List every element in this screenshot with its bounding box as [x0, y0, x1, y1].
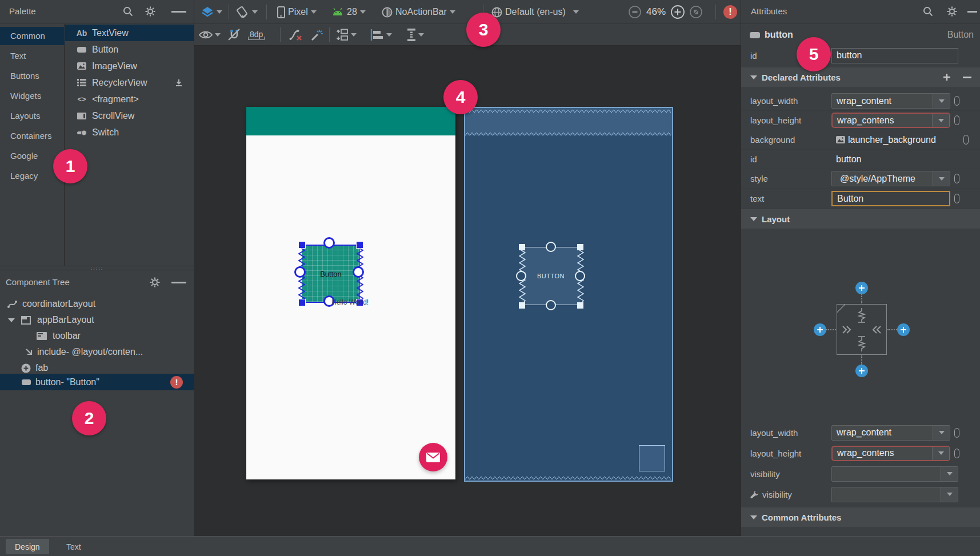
palette-category-common[interactable]: Common [0, 27, 65, 45]
tree-node-toolbar[interactable]: toolbar [0, 328, 194, 344]
background-value[interactable]: launcher_background [831, 135, 936, 145]
add-left-constraint-button[interactable] [814, 323, 826, 336]
resize-handle-bottom-left[interactable] [519, 302, 525, 309]
zoom-out-icon[interactable] [629, 6, 641, 18]
constraint-anchor-top[interactable] [323, 237, 335, 249]
view-options-button[interactable] [199, 24, 221, 46]
tree-node-include[interactable]: include- @layout/conten... [0, 344, 194, 360]
palette-category-buttons[interactable]: Buttons [0, 67, 65, 85]
text-input[interactable]: Button [831, 191, 950, 206]
search-icon[interactable] [923, 6, 933, 17]
fab-preview[interactable] [419, 443, 447, 471]
zoom-to-fit-icon[interactable] [690, 6, 702, 18]
resource-toggle-icon[interactable] [954, 174, 959, 183]
tab-design[interactable]: Design [6, 539, 49, 554]
palette-item-button[interactable]: Button [65, 41, 194, 58]
constraint-anchor-top[interactable] [546, 242, 556, 252]
resource-toggle-icon[interactable] [954, 194, 959, 203]
align-button[interactable] [370, 24, 392, 46]
panel-splitter-handle[interactable]: ::::: [0, 266, 194, 270]
tree-node-appbarlayout[interactable]: appBarLayout [0, 312, 194, 328]
palette-item-textview[interactable]: Ab TextView [65, 25, 194, 41]
search-icon[interactable] [123, 6, 133, 17]
blueprint-view-preview[interactable]: BUTTON [464, 107, 673, 482]
palette-category-text[interactable]: Text [0, 47, 65, 65]
resource-toggle-icon[interactable] [954, 428, 959, 438]
resource-toggle-icon[interactable] [954, 115, 959, 125]
layout-width-combo[interactable]: wrap_content [831, 93, 950, 109]
id-input[interactable]: button [831, 48, 958, 63]
style-combo[interactable]: @style/AppTheme [831, 171, 950, 186]
tab-text[interactable]: Text [57, 539, 90, 554]
resize-handle-top-left[interactable] [519, 244, 525, 250]
remove-attribute-icon[interactable] [963, 77, 971, 78]
constraint-anchor-right[interactable] [353, 266, 364, 278]
zoom-in-icon[interactable] [671, 5, 685, 19]
resize-handle-top-left[interactable] [298, 241, 306, 249]
resize-handle-bottom-right[interactable] [577, 302, 583, 309]
constraint-anchor-right[interactable] [575, 271, 585, 281]
design-surface-selector[interactable] [201, 0, 222, 24]
blueprint-button-widget[interactable]: BUTTON [522, 247, 580, 305]
gear-icon[interactable] [150, 277, 160, 287]
resize-handle-top-right[interactable] [577, 244, 583, 250]
add-attribute-icon[interactable] [942, 73, 951, 82]
guidelines-button[interactable] [407, 24, 424, 46]
resource-toggle-icon[interactable] [963, 135, 969, 145]
device-selector[interactable]: Pixel [277, 0, 317, 24]
autoconnect-toggle[interactable] [227, 24, 241, 46]
palette-item-scrollview[interactable]: ScrollView [65, 107, 194, 124]
declared-attributes-section[interactable]: Declared Attributes [741, 67, 980, 87]
clear-constraints-button[interactable] [289, 24, 303, 46]
constraint-anchor-bottom[interactable] [546, 300, 556, 310]
resource-toggle-icon[interactable] [954, 96, 959, 106]
theme-selector[interactable]: NoActionBar [382, 0, 455, 24]
design-view-preview[interactable]: Button Hello World! [246, 107, 455, 479]
gear-icon[interactable] [947, 6, 957, 17]
gear-icon[interactable] [145, 6, 155, 17]
layout-height-combo[interactable]: wrap_contens [831, 446, 950, 461]
design-button-widget[interactable]: Button [302, 245, 360, 303]
add-top-constraint-button[interactable] [855, 282, 868, 294]
issues-button[interactable]: ! [723, 0, 737, 24]
palette-item-recyclerview[interactable]: RecyclerView [65, 74, 194, 91]
layout-height-combo[interactable]: wrap_contens [831, 113, 950, 128]
palette-item-imageview[interactable]: ImageView [65, 58, 194, 74]
hide-panel-icon[interactable] [171, 11, 186, 13]
error-icon[interactable]: ! [170, 376, 183, 389]
api-level-selector[interactable]: 28 [331, 0, 366, 24]
constraint-anchor-left[interactable] [516, 271, 526, 281]
add-right-constraint-button[interactable] [897, 323, 910, 336]
orientation-selector[interactable] [235, 0, 258, 24]
common-attributes-section[interactable]: Common Attributes [741, 507, 980, 527]
tools-visibility-combo[interactable] [831, 487, 958, 502]
locale-selector[interactable]: Default (en-us) [491, 0, 579, 24]
layout-width-combo[interactable]: wrap_content [831, 425, 950, 441]
add-bottom-constraint-button[interactable] [855, 365, 868, 377]
visibility-combo[interactable] [831, 466, 958, 482]
default-margin-button[interactable]: 8dp [248, 24, 265, 46]
constraint-anchor-left[interactable] [294, 266, 306, 278]
layout-section[interactable]: Layout [741, 209, 980, 229]
palette-item-switch[interactable]: Switch [65, 124, 194, 141]
palette-category-containers[interactable]: Containers [0, 127, 65, 145]
hide-panel-icon[interactable] [171, 282, 186, 283]
infer-constraints-button[interactable] [310, 24, 323, 46]
palette-item-fragment[interactable]: <> <fragment> [65, 91, 194, 107]
palette-category-layouts[interactable]: Layouts [0, 107, 65, 125]
design-surface[interactable]: Button Hello World! [194, 46, 741, 536]
download-icon[interactable] [175, 79, 183, 87]
resize-handle-bottom-left[interactable] [298, 299, 306, 306]
tree-node-button[interactable]: button- "Button" ! [0, 374, 194, 390]
chevron-down-icon [941, 487, 958, 502]
tree-node-coordinatorlayout[interactable]: coordinatorLayout [0, 296, 194, 312]
resource-toggle-icon[interactable] [954, 449, 959, 458]
pack-button[interactable] [336, 24, 357, 46]
expand-triangle-icon[interactable] [7, 318, 15, 322]
id-value[interactable]: button [831, 154, 861, 165]
hide-panel-icon[interactable] [967, 11, 977, 13]
palette-category-widgets[interactable]: Widgets [0, 87, 65, 105]
blueprint-fab-outline[interactable] [639, 445, 665, 471]
align-left-icon [370, 29, 384, 41]
resize-handle-top-right[interactable] [356, 241, 363, 249]
